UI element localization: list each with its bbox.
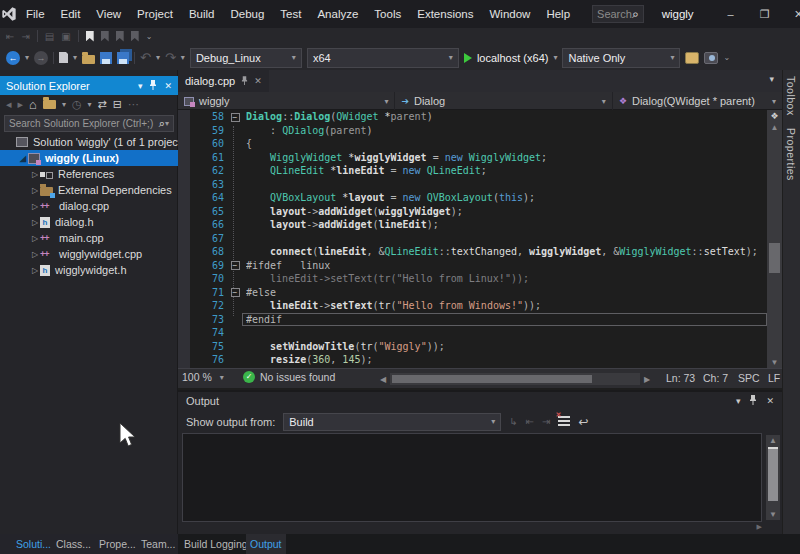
fold-collapse-icon[interactable]: −	[228, 260, 242, 271]
tree-item-wigglywidget-cpp[interactable]: ▷++wigglywidget.cpp	[0, 246, 178, 262]
switch-views-icon[interactable]	[43, 100, 56, 109]
code-line-73[interactable]: 73#endif	[178, 313, 782, 327]
run-target-label[interactable]: localhost (x64)	[477, 52, 549, 64]
attach-to-process-icon[interactable]	[685, 52, 699, 64]
save-all-button[interactable]	[117, 52, 129, 64]
zoom-control[interactable]: 100 % ▾	[182, 371, 224, 383]
menu-test[interactable]: Test	[272, 8, 309, 20]
toolbar-overflow-icon[interactable]: ⌄	[146, 32, 153, 41]
menu-build[interactable]: Build	[181, 8, 223, 20]
nav-member-dropdown[interactable]: ❖ Dialog(QWidget * parent)▾	[613, 92, 782, 110]
tree-item-external-dependencies[interactable]: ▷External Dependencies	[0, 182, 178, 198]
tab-close-icon[interactable]: ✕	[254, 76, 262, 86]
navigate-back-dropdown-icon[interactable]: ▾	[25, 53, 29, 62]
fold-collapse-icon[interactable]: −	[228, 287, 242, 298]
tree-item-wiggly-linux[interactable]: ◢wiggly (Linux)	[0, 150, 178, 166]
output-scroll-down-icon[interactable]: ▼	[766, 510, 780, 519]
minimize-button[interactable]: –	[714, 0, 748, 28]
navigate-forward-button[interactable]: →	[34, 51, 48, 65]
navigate-back-button[interactable]: ←	[6, 51, 20, 65]
output-vertical-scrollbar[interactable]: ▲ ▼	[766, 435, 780, 520]
indent-increase-icon[interactable]: ⇥	[21, 31, 29, 42]
menu-project[interactable]: Project	[129, 8, 181, 20]
autohide-tab-properties[interactable]: Properties	[783, 122, 799, 187]
code-line-60[interactable]: 60{	[178, 137, 782, 151]
menu-edit[interactable]: Edit	[53, 8, 89, 20]
open-file-button[interactable]	[82, 55, 95, 64]
filter-dropdown-icon[interactable]: ▾	[88, 100, 92, 109]
se-forward-icon[interactable]: ▸	[18, 98, 24, 111]
fold-collapse-icon[interactable]: −	[228, 111, 242, 122]
code-line-65[interactable]: 65 layout->addWidget(wigglyWidget);	[178, 205, 782, 219]
bottom-tab-class[interactable]: Class...	[52, 534, 95, 554]
bottom-tab-build-logging[interactable]: Build Logging	[180, 534, 252, 554]
code-line-71[interactable]: 71−#else	[178, 286, 782, 300]
hscroll-left-icon[interactable]: ◀	[380, 375, 386, 384]
output-horizontal-scrollbar[interactable]: ▶	[182, 523, 762, 533]
new-file-dropdown-icon[interactable]: ▾	[73, 53, 77, 62]
tree-item-solution-wiggly-1-of-1-project[interactable]: Solution 'wiggly' (1 of 1 project)	[0, 134, 178, 150]
tab-pin-icon[interactable]	[241, 76, 248, 87]
bottom-tab-prope[interactable]: Prope...	[95, 534, 140, 554]
toolbar-options-overflow-icon[interactable]: ⌄	[723, 53, 730, 62]
document-tab-dialog-cpp[interactable]: dialog.cpp ✕	[178, 70, 269, 92]
code-line-67[interactable]: 67	[178, 232, 782, 246]
close-button[interactable]: ✕	[782, 0, 800, 28]
code-line-61[interactable]: 61 WigglyWidget *wigglyWidget = new Wigg…	[178, 151, 782, 165]
tree-item-references[interactable]: ▷References	[0, 166, 178, 182]
scroll-up-icon[interactable]: ▲	[767, 123, 782, 132]
collapsed-expander-icon[interactable]: ▷	[30, 186, 40, 195]
collapsed-expander-icon[interactable]: ▷	[30, 234, 40, 243]
sync-with-active-document-icon[interactable]: ⇄	[98, 98, 107, 111]
collapsed-expander-icon[interactable]: ▷	[30, 250, 40, 259]
solution-configuration-dropdown[interactable]: Debug_Linux▾	[190, 48, 302, 68]
code-line-72[interactable]: 72 lineEdit->setText(tr("Hello from Wind…	[178, 299, 782, 313]
code-line-59[interactable]: 59 : QDialog(parent)	[178, 124, 782, 138]
debugger-type-dropdown[interactable]: Native Only▾	[562, 48, 680, 68]
code-editor[interactable]: 58−Dialog::Dialog(QWidget *parent)59 : Q…	[178, 110, 782, 368]
menu-view[interactable]: View	[88, 8, 129, 20]
editor-horizontal-scrollbar[interactable]	[390, 373, 640, 385]
find-in-files-icon[interactable]	[704, 52, 718, 64]
collapsed-expander-icon[interactable]: ▷	[30, 202, 40, 211]
output-close-icon[interactable]: ✕	[766, 396, 774, 406]
bottom-tab-soluti[interactable]: Soluti...	[12, 534, 55, 554]
vertical-scroll-thumb[interactable]	[769, 243, 780, 273]
menu-analyze[interactable]: Analyze	[309, 8, 366, 20]
redo-dropdown-icon[interactable]: ▾	[181, 53, 185, 62]
tree-item-main-cpp[interactable]: ▷++main.cpp	[0, 230, 178, 246]
expanded-expander-icon[interactable]: ◢	[18, 154, 28, 163]
find-message-icon[interactable]: ↳	[509, 416, 517, 427]
active-documents-dropdown-icon[interactable]: ▾	[761, 70, 782, 92]
code-line-58[interactable]: 58−Dialog::Dialog(QWidget *parent)	[178, 110, 782, 124]
collapsed-expander-icon[interactable]: ▷	[30, 218, 40, 227]
menu-help[interactable]: Help	[538, 8, 578, 20]
split-editor-handle[interactable]: ❖	[767, 111, 782, 121]
zoom-dropdown-icon[interactable]: ▾	[220, 373, 224, 382]
code-line-69[interactable]: 69−#ifdef __linux__	[178, 259, 782, 273]
indent-decrease-icon[interactable]: ⇤	[6, 31, 14, 42]
next-message-icon[interactable]: ⇥	[542, 416, 550, 427]
save-button[interactable]	[100, 52, 112, 64]
code-line-63[interactable]: 63	[178, 178, 782, 192]
code-line-62[interactable]: 62 QLineEdit *lineEdit = new QLineEdit;	[178, 164, 782, 178]
document-health-indicator[interactable]: ✓ No issues found	[243, 371, 335, 383]
previous-message-icon[interactable]: ⇤	[526, 416, 534, 427]
menu-window[interactable]: Window	[481, 8, 538, 20]
horizontal-scroll-thumb[interactable]	[392, 375, 592, 383]
code-line-76[interactable]: 76 resize(360, 145);	[178, 353, 782, 367]
nav-type-dropdown[interactable]: ➔ Dialog▾	[395, 92, 612, 110]
tree-item-wigglywidget-h[interactable]: ▷hwigglywidget.h	[0, 262, 178, 278]
comment-icon[interactable]: ▤	[45, 31, 54, 42]
code-line-70[interactable]: 70 lineEdit->setText(tr("Hello from Linu…	[178, 272, 782, 286]
bottom-tab-output[interactable]: Output	[246, 534, 286, 554]
collapsed-expander-icon[interactable]: ▷	[30, 170, 40, 179]
collapse-all-icon[interactable]: ⊟	[113, 98, 122, 111]
home-icon[interactable]: ⌂	[29, 97, 37, 112]
autohide-tab-toolbox[interactable]: Toolbox	[783, 70, 799, 122]
code-line-66[interactable]: 66 layout->addWidget(lineEdit);	[178, 218, 782, 232]
redo-button[interactable]: ↷	[165, 50, 176, 65]
solution-explorer-search-box[interactable]: Search Solution Explorer (Ctrl+;) ⌕ ▾	[4, 115, 174, 132]
previous-bookmark-icon[interactable]	[101, 31, 109, 42]
clear-bookmarks-icon[interactable]	[131, 31, 139, 42]
